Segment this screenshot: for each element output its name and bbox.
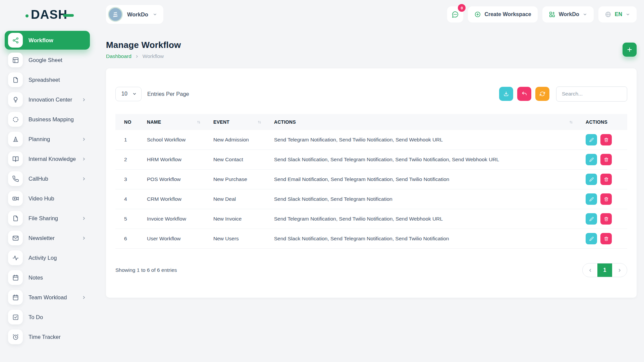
page-title: Manage Workflow <box>106 40 181 50</box>
table-row-user-workflow: 6 User Workflow New Users Send Slack Not… <box>115 229 627 249</box>
entries-per-page-select[interactable]: 10 <box>115 87 142 101</box>
chevron-down-icon <box>583 12 587 17</box>
workflow-table-card: 10 Entries Per Page <box>106 68 637 298</box>
sidebar-item-icon <box>12 195 19 202</box>
delete-button[interactable] <box>600 134 612 145</box>
pencil-icon <box>589 236 594 241</box>
chevron-right-icon <box>82 137 87 142</box>
edit-button[interactable] <box>586 193 597 205</box>
sidebar-item-file-sharing[interactable]: File Sharing <box>5 209 90 228</box>
create-workspace-button[interactable]: Create Workspace <box>468 6 537 22</box>
table-row-hrm-workflow: 2 HRM Workflow New Contact Send Slack No… <box>115 150 627 170</box>
edit-button[interactable] <box>586 174 597 185</box>
cell-no: 1 <box>115 137 138 143</box>
delete-button[interactable] <box>600 233 612 244</box>
topbar-actions: 0 Create Workspace WorkDo EN <box>447 6 637 22</box>
logo-dash-accent <box>63 14 74 17</box>
sidebar-item-notes[interactable]: Notes <box>5 268 90 287</box>
cell-row-actions <box>577 193 627 205</box>
sidebar-item-label: Time Tracker <box>29 334 61 340</box>
sidebar-item-icon <box>12 37 19 44</box>
sidebar-item-icon-box <box>8 132 23 146</box>
edit-button[interactable] <box>586 233 597 244</box>
create-workspace-label: Create Workspace <box>484 11 531 17</box>
sidebar-item-label: Workflow <box>29 37 53 44</box>
add-workflow-button[interactable] <box>623 43 637 57</box>
sort-icon[interactable] <box>257 120 262 125</box>
chevron-right-icon <box>82 236 87 241</box>
sidebar-item-icon <box>12 235 19 242</box>
cell-no: 2 <box>115 157 138 163</box>
messages-button[interactable]: 0 <box>447 6 463 22</box>
sidebar-item-spreadsheet[interactable]: Spreadsheet <box>5 70 90 89</box>
column-header-no: NO <box>115 119 138 125</box>
sidebar-item-label: Planning <box>29 136 50 142</box>
pagination: 1 <box>582 263 627 277</box>
sidebar-item-icon <box>12 334 19 341</box>
sidebar-item-to-do[interactable]: To Do <box>5 308 90 326</box>
workflow-table: NO NAME EVENT ACTIONS ACTIONS <box>115 114 627 249</box>
language-selector[interactable]: EN <box>598 6 637 22</box>
pencil-icon <box>589 217 594 222</box>
workspace-avatar <box>108 7 123 22</box>
cell-name: POS Workflow <box>138 176 205 182</box>
current-page-button[interactable]: 1 <box>597 263 612 277</box>
sidebar-item-callhub[interactable]: CallHub <box>5 169 90 188</box>
sidebar-item-icon-box <box>8 171 23 186</box>
sidebar-item-planning[interactable]: Planning <box>5 130 90 148</box>
column-header-actions[interactable]: ACTIONS <box>265 119 577 125</box>
edit-button[interactable] <box>586 154 597 165</box>
delete-button[interactable] <box>600 193 612 205</box>
sidebar-item-video-hub[interactable]: Video Hub <box>5 189 90 208</box>
cell-name: School Workflow <box>138 137 205 143</box>
column-header-row-actions: ACTIONS <box>577 119 627 125</box>
cell-no: 3 <box>115 176 138 182</box>
workspace-selector[interactable]: WorkDo <box>106 5 163 24</box>
column-header-name[interactable]: NAME <box>138 119 205 125</box>
next-page-button[interactable] <box>612 263 627 277</box>
sidebar-item-label: Business Mapping <box>29 116 74 123</box>
sidebar-item-time-tracker[interactable]: Time Tracker <box>5 327 90 346</box>
cell-actions: Send Telegram Notification, Send Twilio … <box>265 216 577 222</box>
breadcrumb: Dashboard Workflow <box>106 53 181 59</box>
sidebar-item-icon-box <box>8 270 23 285</box>
trash-icon <box>604 217 609 222</box>
sidebar-item-innovation-center[interactable]: Innovation Center <box>5 90 90 109</box>
sidebar-item-activity-log[interactable]: Activity Log <box>5 248 90 267</box>
grid-plus-icon <box>549 11 555 18</box>
column-header-event[interactable]: EVENT <box>205 119 265 125</box>
sidebar-item-google-sheet[interactable]: Google Sheet <box>5 51 90 69</box>
search-input[interactable] <box>556 86 627 102</box>
sidebar-item-newsletter[interactable]: Newsletter <box>5 229 90 247</box>
sidebar-item-icon-box <box>8 329 23 344</box>
app-menu-button[interactable]: WorkDo <box>542 6 594 22</box>
delete-button[interactable] <box>600 213 612 225</box>
sidebar-item-team-workload[interactable]: Team Workload <box>5 288 90 307</box>
delete-button[interactable] <box>600 154 612 165</box>
sidebar-item-label: Internal Knowledge <box>29 156 76 162</box>
cell-row-actions <box>577 213 627 225</box>
sidebar-item-internal-knowledge[interactable]: Internal Knowledge <box>5 149 90 168</box>
delete-button[interactable] <box>600 174 612 185</box>
table-row-pos-workflow: 3 POS Workflow New Purchase Send Email N… <box>115 170 627 189</box>
edit-button[interactable] <box>586 134 597 145</box>
refresh-button[interactable] <box>535 87 549 101</box>
sidebar-item-icon-box <box>8 112 23 127</box>
sort-icon[interactable] <box>569 120 574 125</box>
table-row-school-workflow: 1 School Workflow New Admission Send Tel… <box>115 130 627 150</box>
sidebar-item-business-mapping[interactable]: Business Mapping <box>5 110 90 129</box>
sidebar-item-icon <box>12 116 19 123</box>
cell-event: New Invoice <box>205 216 265 222</box>
sidebar-item-workflow[interactable]: Workflow <box>5 31 90 50</box>
undo-button[interactable] <box>517 87 531 101</box>
breadcrumb-dashboard-link[interactable]: Dashboard <box>106 53 131 59</box>
trash-icon <box>604 177 609 182</box>
edit-button[interactable] <box>586 213 597 225</box>
chevron-right-icon <box>82 157 87 162</box>
sidebar-item-icon-box <box>8 72 23 87</box>
trash-icon <box>604 197 609 202</box>
previous-page-button[interactable] <box>583 263 597 277</box>
entries-summary: Showing 1 to 6 of 6 entries <box>115 267 177 273</box>
export-button[interactable] <box>499 87 513 101</box>
sort-icon[interactable] <box>196 120 201 125</box>
